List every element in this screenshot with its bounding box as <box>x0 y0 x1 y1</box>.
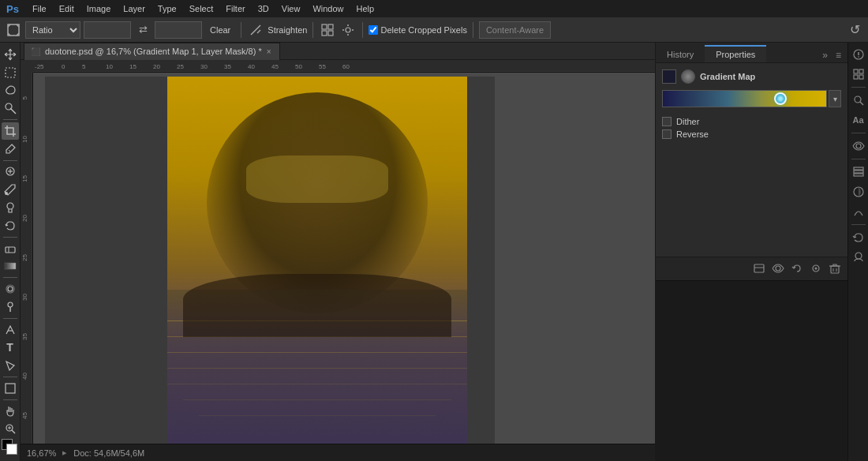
eraser-button[interactable] <box>2 240 19 257</box>
lasso-tool-button[interactable] <box>2 82 19 99</box>
panel-action-delete[interactable] <box>827 260 843 276</box>
content-aware-button[interactable]: Content-Aware <box>479 21 551 39</box>
gradient-cursor[interactable] <box>774 92 787 105</box>
svg-line-56 <box>860 102 863 105</box>
canvas-viewport <box>33 73 655 444</box>
gradient-bar-container[interactable] <box>662 90 827 107</box>
history-panel-icon[interactable] <box>850 229 867 246</box>
status-arrow[interactable]: ▸ <box>62 448 67 458</box>
menu-3d[interactable]: 3D <box>253 2 275 15</box>
hand-tool-button[interactable] <box>2 403 19 420</box>
gradient-bar-expand[interactable]: ▾ <box>829 90 841 107</box>
pen-tool-button[interactable] <box>2 321 19 339</box>
gradient-map-black-icon[interactable] <box>662 69 676 84</box>
ruler-h-50: 50 <box>295 63 302 70</box>
ruler-h-45: 45 <box>271 63 279 70</box>
gradient-bar-row: ▾ <box>662 90 841 107</box>
adjustments-panel-icon[interactable] <box>850 183 867 201</box>
learn-panel-icon[interactable] <box>850 46 867 63</box>
doc-size: Doc: 54,6M/54,6M <box>73 448 144 458</box>
dither-checkbox[interactable] <box>662 117 672 126</box>
straighten-label[interactable]: Straighten <box>268 25 307 35</box>
eyedropper-button[interactable] <box>2 141 19 158</box>
swap-icon[interactable]: ⇄ <box>134 21 152 39</box>
menu-view[interactable]: View <box>276 2 306 15</box>
libraries-panel-icon[interactable] <box>850 66 867 83</box>
delete-cropped-checkbox[interactable] <box>369 25 378 35</box>
dodge-tool-button[interactable] <box>2 298 19 316</box>
path-selection-button[interactable] <box>2 357 19 374</box>
ruler-v-10: 10 <box>21 136 28 143</box>
magic-wand-button[interactable] <box>2 99 19 117</box>
blur-tool-button[interactable] <box>2 280 19 298</box>
ruler-h-5: 5 <box>82 63 85 70</box>
gradient-bar[interactable] <box>662 90 827 107</box>
panel-action-view[interactable] <box>808 260 824 276</box>
svg-rect-58 <box>854 174 863 176</box>
paths-panel-icon[interactable] <box>850 203 867 220</box>
search-panel-icon[interactable] <box>850 92 867 109</box>
panel-action-clip[interactable] <box>751 260 767 276</box>
panel-action-visibility[interactable] <box>770 260 786 276</box>
menu-type[interactable]: Type <box>152 2 182 15</box>
ruler-h-40: 40 <box>248 63 255 70</box>
undo-icon[interactable]: ↺ <box>846 21 863 39</box>
doc-tab-close[interactable]: × <box>267 47 271 56</box>
menu-image[interactable]: Image <box>81 2 117 15</box>
document-tab[interactable]: ⬛ duotone.psd @ 16,7% (Gradient Map 1, L… <box>24 43 280 60</box>
ruler-horizontal: -25 0 5 10 15 20 25 30 35 40 45 50 55 60 <box>33 60 655 73</box>
shape-tool-button[interactable] <box>2 380 19 397</box>
reverse-checkbox[interactable] <box>662 129 672 139</box>
healing-brush-button[interactable] <box>2 163 19 181</box>
menu-layer[interactable]: Layer <box>118 2 151 15</box>
tab-properties[interactable]: Properties <box>705 45 766 62</box>
panel-action-undo[interactable] <box>789 260 805 276</box>
width-input[interactable] <box>84 21 131 39</box>
zoom-tool-button[interactable] <box>2 420 19 437</box>
ruler-h-25: 25 <box>177 63 184 70</box>
move-tool-button[interactable] <box>2 46 19 63</box>
svg-line-19 <box>9 150 10 152</box>
panel-tabs: History Properties » ≡ <box>656 43 847 63</box>
menu-window[interactable]: Window <box>307 2 349 15</box>
foreground-color[interactable] <box>2 439 19 456</box>
delete-cropped-checkbox-label[interactable]: Delete Cropped Pixels <box>369 25 466 35</box>
panel-menu-icon[interactable]: ≡ <box>832 48 844 62</box>
straighten-icon[interactable] <box>247 21 264 39</box>
clone-stamp-button[interactable] <box>2 199 19 216</box>
layers-panel-area <box>656 280 847 462</box>
selection-tool-button[interactable] <box>2 64 19 81</box>
aspect-ratio-select[interactable]: Ratio <box>25 21 80 39</box>
menu-help[interactable]: Help <box>351 2 380 15</box>
svg-rect-7 <box>322 24 327 29</box>
ruler-h-0: 0 <box>62 63 65 70</box>
svg-rect-10 <box>328 31 333 36</box>
canvas-column: ⬛ duotone.psd @ 16,7% (Gradient Map 1, L… <box>21 43 655 461</box>
menu-file[interactable]: File <box>27 2 52 15</box>
right-panel: History Properties » ≡ Gradient Map <box>655 43 847 461</box>
menu-select[interactable]: Select <box>184 2 219 15</box>
clear-button[interactable]: Clear <box>205 24 235 36</box>
brush-tool-button[interactable] <box>2 181 19 198</box>
brush-presets-panel-icon[interactable] <box>850 249 867 266</box>
history-brush-button[interactable] <box>2 217 19 234</box>
grid-icon[interactable] <box>319 21 336 39</box>
gradient-map-mask-icon[interactable] <box>681 69 695 84</box>
type-panel-icon[interactable]: Aa <box>850 111 867 129</box>
gradient-tool-button[interactable] <box>2 257 19 275</box>
svg-line-6 <box>257 30 260 33</box>
text-tool-button[interactable]: T <box>2 339 19 356</box>
tab-history[interactable]: History <box>656 45 705 62</box>
svg-point-24 <box>7 203 13 209</box>
panel-expand-icon[interactable]: » <box>819 48 831 62</box>
layers-panel-toggle[interactable] <box>850 163 867 181</box>
height-input[interactable] <box>155 21 202 39</box>
dither-row: Dither <box>662 117 841 126</box>
crop-tool-button[interactable] <box>2 122 19 140</box>
panel-tab-icons: » ≡ <box>819 48 847 62</box>
eye-panel-icon[interactable] <box>850 137 867 155</box>
settings-icon[interactable] <box>339 21 357 39</box>
menu-edit[interactable]: Edit <box>54 2 80 15</box>
menu-filter[interactable]: Filter <box>220 2 250 15</box>
gradient-map-title: Gradient Map <box>662 69 841 84</box>
